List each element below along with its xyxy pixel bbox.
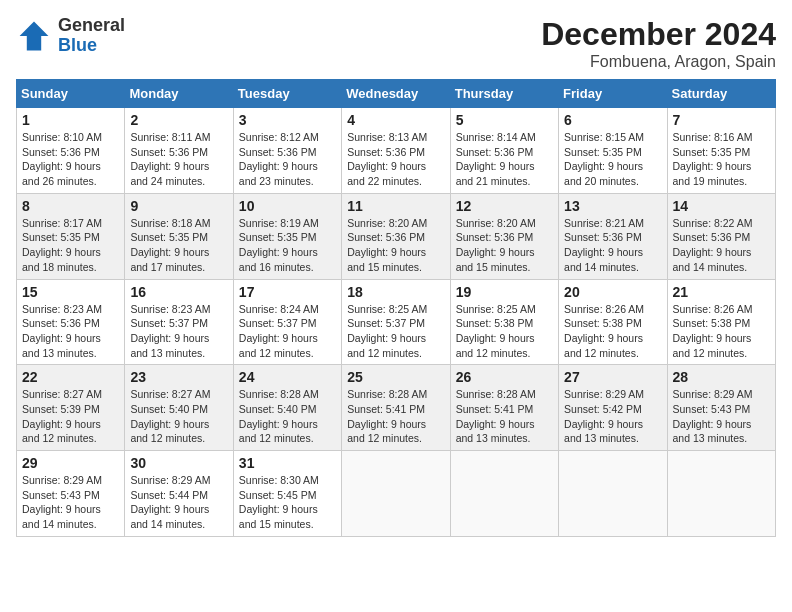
day-info: Sunrise: 8:16 AMSunset: 5:35 PMDaylight:… bbox=[673, 130, 770, 189]
day-info: Sunrise: 8:13 AMSunset: 5:36 PMDaylight:… bbox=[347, 130, 444, 189]
day-info: Sunrise: 8:23 AMSunset: 5:36 PMDaylight:… bbox=[22, 302, 119, 361]
day-number: 29 bbox=[22, 455, 119, 471]
day-number: 28 bbox=[673, 369, 770, 385]
day-info: Sunrise: 8:14 AMSunset: 5:36 PMDaylight:… bbox=[456, 130, 553, 189]
col-saturday: Saturday bbox=[667, 80, 775, 108]
day-number: 16 bbox=[130, 284, 227, 300]
table-row: 18 Sunrise: 8:25 AMSunset: 5:37 PMDaylig… bbox=[342, 279, 450, 365]
svg-marker-0 bbox=[20, 21, 49, 50]
table-row: 21 Sunrise: 8:26 AMSunset: 5:38 PMDaylig… bbox=[667, 279, 775, 365]
logo: General Blue bbox=[16, 16, 125, 56]
day-info: Sunrise: 8:24 AMSunset: 5:37 PMDaylight:… bbox=[239, 302, 336, 361]
day-number: 23 bbox=[130, 369, 227, 385]
day-number: 9 bbox=[130, 198, 227, 214]
table-row: 17 Sunrise: 8:24 AMSunset: 5:37 PMDaylig… bbox=[233, 279, 341, 365]
day-number: 26 bbox=[456, 369, 553, 385]
day-info: Sunrise: 8:28 AMSunset: 5:41 PMDaylight:… bbox=[456, 387, 553, 446]
calendar-week-row: 8 Sunrise: 8:17 AMSunset: 5:35 PMDayligh… bbox=[17, 193, 776, 279]
day-info: Sunrise: 8:18 AMSunset: 5:35 PMDaylight:… bbox=[130, 216, 227, 275]
day-info: Sunrise: 8:19 AMSunset: 5:35 PMDaylight:… bbox=[239, 216, 336, 275]
day-info: Sunrise: 8:29 AMSunset: 5:43 PMDaylight:… bbox=[673, 387, 770, 446]
table-row: 26 Sunrise: 8:28 AMSunset: 5:41 PMDaylig… bbox=[450, 365, 558, 451]
month-title: December 2024 bbox=[541, 16, 776, 53]
day-number: 6 bbox=[564, 112, 661, 128]
day-number: 18 bbox=[347, 284, 444, 300]
day-info: Sunrise: 8:10 AMSunset: 5:36 PMDaylight:… bbox=[22, 130, 119, 189]
day-number: 2 bbox=[130, 112, 227, 128]
logo-text: General Blue bbox=[58, 16, 125, 56]
table-row: 12 Sunrise: 8:20 AMSunset: 5:36 PMDaylig… bbox=[450, 193, 558, 279]
calendar-header-row: Sunday Monday Tuesday Wednesday Thursday… bbox=[17, 80, 776, 108]
day-number: 12 bbox=[456, 198, 553, 214]
table-row: 4 Sunrise: 8:13 AMSunset: 5:36 PMDayligh… bbox=[342, 108, 450, 194]
calendar-week-row: 22 Sunrise: 8:27 AMSunset: 5:39 PMDaylig… bbox=[17, 365, 776, 451]
page-header: General Blue December 2024 Fombuena, Ara… bbox=[16, 16, 776, 71]
col-friday: Friday bbox=[559, 80, 667, 108]
day-info: Sunrise: 8:25 AMSunset: 5:37 PMDaylight:… bbox=[347, 302, 444, 361]
day-info: Sunrise: 8:22 AMSunset: 5:36 PMDaylight:… bbox=[673, 216, 770, 275]
table-row: 6 Sunrise: 8:15 AMSunset: 5:35 PMDayligh… bbox=[559, 108, 667, 194]
table-row: 23 Sunrise: 8:27 AMSunset: 5:40 PMDaylig… bbox=[125, 365, 233, 451]
day-number: 1 bbox=[22, 112, 119, 128]
day-number: 22 bbox=[22, 369, 119, 385]
location-title: Fombuena, Aragon, Spain bbox=[541, 53, 776, 71]
day-info: Sunrise: 8:30 AMSunset: 5:45 PMDaylight:… bbox=[239, 473, 336, 532]
table-row bbox=[559, 451, 667, 537]
table-row: 22 Sunrise: 8:27 AMSunset: 5:39 PMDaylig… bbox=[17, 365, 125, 451]
col-wednesday: Wednesday bbox=[342, 80, 450, 108]
day-info: Sunrise: 8:23 AMSunset: 5:37 PMDaylight:… bbox=[130, 302, 227, 361]
day-info: Sunrise: 8:12 AMSunset: 5:36 PMDaylight:… bbox=[239, 130, 336, 189]
day-info: Sunrise: 8:28 AMSunset: 5:40 PMDaylight:… bbox=[239, 387, 336, 446]
calendar-table: Sunday Monday Tuesday Wednesday Thursday… bbox=[16, 79, 776, 537]
table-row: 14 Sunrise: 8:22 AMSunset: 5:36 PMDaylig… bbox=[667, 193, 775, 279]
table-row: 27 Sunrise: 8:29 AMSunset: 5:42 PMDaylig… bbox=[559, 365, 667, 451]
day-number: 20 bbox=[564, 284, 661, 300]
table-row: 28 Sunrise: 8:29 AMSunset: 5:43 PMDaylig… bbox=[667, 365, 775, 451]
day-info: Sunrise: 8:20 AMSunset: 5:36 PMDaylight:… bbox=[347, 216, 444, 275]
table-row bbox=[667, 451, 775, 537]
day-info: Sunrise: 8:28 AMSunset: 5:41 PMDaylight:… bbox=[347, 387, 444, 446]
day-number: 30 bbox=[130, 455, 227, 471]
day-info: Sunrise: 8:26 AMSunset: 5:38 PMDaylight:… bbox=[564, 302, 661, 361]
table-row: 1 Sunrise: 8:10 AMSunset: 5:36 PMDayligh… bbox=[17, 108, 125, 194]
day-number: 5 bbox=[456, 112, 553, 128]
table-row: 25 Sunrise: 8:28 AMSunset: 5:41 PMDaylig… bbox=[342, 365, 450, 451]
table-row: 20 Sunrise: 8:26 AMSunset: 5:38 PMDaylig… bbox=[559, 279, 667, 365]
day-number: 25 bbox=[347, 369, 444, 385]
table-row: 16 Sunrise: 8:23 AMSunset: 5:37 PMDaylig… bbox=[125, 279, 233, 365]
col-monday: Monday bbox=[125, 80, 233, 108]
day-number: 10 bbox=[239, 198, 336, 214]
day-number: 8 bbox=[22, 198, 119, 214]
table-row: 2 Sunrise: 8:11 AMSunset: 5:36 PMDayligh… bbox=[125, 108, 233, 194]
day-info: Sunrise: 8:20 AMSunset: 5:36 PMDaylight:… bbox=[456, 216, 553, 275]
table-row: 13 Sunrise: 8:21 AMSunset: 5:36 PMDaylig… bbox=[559, 193, 667, 279]
calendar-week-row: 29 Sunrise: 8:29 AMSunset: 5:43 PMDaylig… bbox=[17, 451, 776, 537]
calendar-week-row: 1 Sunrise: 8:10 AMSunset: 5:36 PMDayligh… bbox=[17, 108, 776, 194]
day-info: Sunrise: 8:27 AMSunset: 5:39 PMDaylight:… bbox=[22, 387, 119, 446]
day-number: 17 bbox=[239, 284, 336, 300]
day-info: Sunrise: 8:15 AMSunset: 5:35 PMDaylight:… bbox=[564, 130, 661, 189]
day-info: Sunrise: 8:27 AMSunset: 5:40 PMDaylight:… bbox=[130, 387, 227, 446]
col-thursday: Thursday bbox=[450, 80, 558, 108]
logo-icon bbox=[16, 18, 52, 54]
table-row: 8 Sunrise: 8:17 AMSunset: 5:35 PMDayligh… bbox=[17, 193, 125, 279]
day-info: Sunrise: 8:26 AMSunset: 5:38 PMDaylight:… bbox=[673, 302, 770, 361]
table-row: 10 Sunrise: 8:19 AMSunset: 5:35 PMDaylig… bbox=[233, 193, 341, 279]
calendar-week-row: 15 Sunrise: 8:23 AMSunset: 5:36 PMDaylig… bbox=[17, 279, 776, 365]
day-number: 3 bbox=[239, 112, 336, 128]
table-row: 3 Sunrise: 8:12 AMSunset: 5:36 PMDayligh… bbox=[233, 108, 341, 194]
col-sunday: Sunday bbox=[17, 80, 125, 108]
day-info: Sunrise: 8:17 AMSunset: 5:35 PMDaylight:… bbox=[22, 216, 119, 275]
day-number: 4 bbox=[347, 112, 444, 128]
day-info: Sunrise: 8:29 AMSunset: 5:43 PMDaylight:… bbox=[22, 473, 119, 532]
day-number: 19 bbox=[456, 284, 553, 300]
table-row: 30 Sunrise: 8:29 AMSunset: 5:44 PMDaylig… bbox=[125, 451, 233, 537]
day-number: 11 bbox=[347, 198, 444, 214]
day-info: Sunrise: 8:25 AMSunset: 5:38 PMDaylight:… bbox=[456, 302, 553, 361]
day-number: 27 bbox=[564, 369, 661, 385]
table-row: 15 Sunrise: 8:23 AMSunset: 5:36 PMDaylig… bbox=[17, 279, 125, 365]
table-row: 19 Sunrise: 8:25 AMSunset: 5:38 PMDaylig… bbox=[450, 279, 558, 365]
table-row: 31 Sunrise: 8:30 AMSunset: 5:45 PMDaylig… bbox=[233, 451, 341, 537]
table-row: 7 Sunrise: 8:16 AMSunset: 5:35 PMDayligh… bbox=[667, 108, 775, 194]
day-number: 7 bbox=[673, 112, 770, 128]
